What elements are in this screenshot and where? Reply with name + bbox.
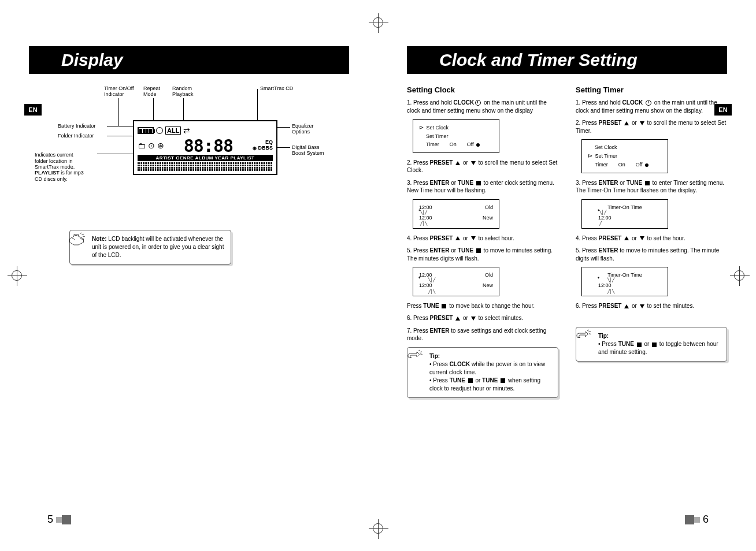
note-hand-icon <box>69 232 86 248</box>
dot-icon <box>476 143 480 147</box>
page-title-clock-timer: Clock and Timer Setting <box>407 50 638 70</box>
label-digital-bass: Digital Bass Boost System <box>292 144 324 157</box>
stop-icon <box>652 342 657 347</box>
dbbs-label: DBBS <box>258 145 273 151</box>
track-strip: ARTIST GENRE ALBUM YEAR PLAYLIST <box>138 155 273 161</box>
stop-icon <box>501 378 505 383</box>
tip-title: Tip: <box>429 353 440 359</box>
tip-hand-icon <box>575 329 592 345</box>
flashing-time: ╲│╱12:00╱│╲ <box>419 279 432 292</box>
clock-step1: 1. Press and hold CLOCK on the main unit… <box>407 99 558 114</box>
eq-label: EQ <box>265 139 273 145</box>
note-title: Note: <box>92 236 107 242</box>
label-playlist-note: Indicates current folder location in Sma… <box>35 146 110 182</box>
clock-tip-box: Tip: • Press CLOCK while the power is on… <box>407 347 558 398</box>
note-body: LCD backlight will be activated whenever… <box>92 236 224 258</box>
col-setting-timer: Setting Timer 1. Press and hold CLOCK on… <box>576 85 727 398</box>
stop-icon <box>637 342 642 347</box>
down-icon <box>640 304 644 308</box>
page-title-display: Display <box>29 50 123 70</box>
label-random-playback: Random Playback <box>172 85 194 98</box>
stop-icon <box>645 181 650 185</box>
up-icon <box>455 161 460 165</box>
tip-hand-icon <box>406 349 424 365</box>
clock-step3: 3. Press ENTER or TUNE to enter clock se… <box>407 179 558 195</box>
tip-title: Tip: <box>598 333 609 339</box>
up-icon <box>455 317 460 321</box>
clock-icon <box>646 100 651 106</box>
label-battery-indicator: Battery Indicator <box>58 123 96 129</box>
clock-menu-box: ⊳ Set Clock Set Timer TimerOnOff <box>413 119 499 153</box>
folder-icon: 🗀 ⊙ ⊛ <box>138 141 164 150</box>
clock-icon <box>475 100 481 106</box>
right-columns: Setting Clock 1. Press and hold CLOCK on… <box>407 85 727 398</box>
heading-setting-clock: Setting Clock <box>407 85 558 94</box>
up-icon <box>624 304 629 308</box>
flashing-time: ╲│╱12:00╱ <box>598 211 612 224</box>
clock-step5: 5. Press ENTER or TUNE to move to minute… <box>407 247 558 262</box>
text-area-bars <box>138 162 273 171</box>
page-number-value: 6 <box>703 513 709 525</box>
col-setting-clock: Setting Clock 1. Press and hold CLOCK on… <box>407 85 558 398</box>
clock-step-back: Press TUNE to move back to change the ho… <box>407 302 558 310</box>
repeat-icon: ALL <box>165 126 181 135</box>
eq-dbbs-label: EQ ◉ DBBS <box>253 140 273 151</box>
timer-step3: 3. Press ENTER or TUNE to enter Timer se… <box>576 179 727 195</box>
timer-menu-box: Set Clock ⊳ Set Timer TimerOnOff <box>581 139 668 173</box>
label-smarttrax-cd: SmartTrax CD <box>260 85 293 91</box>
label-equalizer-options: Equalizer Options <box>292 123 314 135</box>
page-spread: Display EN Timer On/Off Indicator Repeat… <box>0 0 756 551</box>
clock-step7: 7. Press ENTER to save settings and exit… <box>407 327 558 342</box>
page-number-right: 6 <box>685 513 709 526</box>
dot-icon <box>645 163 648 167</box>
clock-icon <box>156 127 163 134</box>
timer-step4: 4. Press PRESET or to set the hour. <box>576 234 727 243</box>
label-folder-indicator: Folder Indicator <box>58 133 94 139</box>
clock-display-box-1: 12:00Old ╲│╱12:00╱│╲New <box>413 199 499 229</box>
stop-icon <box>442 304 446 308</box>
note-box: Note: LCD backlight will be activated wh… <box>69 230 231 265</box>
battery-icon <box>138 127 154 134</box>
clock-step6: 6. Press PRESET or to select minutes. <box>407 314 558 322</box>
page-number-value: 5 <box>47 513 53 525</box>
left-content: Timer On/Off Indicator Repeat Mode Rando… <box>29 85 349 265</box>
timer-tip-box: Tip: • Press TUNE or to toggle between h… <box>576 327 727 362</box>
down-icon <box>640 236 644 240</box>
playlist-bold: PLAYLIST <box>35 170 60 176</box>
clock-step2: 2. Press PRESET or to scroll the menu to… <box>407 159 558 174</box>
down-icon <box>471 236 476 240</box>
cd-icon: ◉ <box>253 146 257 151</box>
page-right: Clock and Timer Setting EN Setting Clock… <box>378 0 756 551</box>
up-icon <box>624 236 629 240</box>
clock-display-box-2: 12:00Old ╲│╱12:00╱│╲New <box>413 267 499 296</box>
header-bar-right: Clock and Timer Setting <box>407 46 727 74</box>
lcd-diagram: Timer On/Off Indicator Repeat Mode Rando… <box>35 85 343 230</box>
page-number-left: 5 <box>47 513 71 526</box>
lcd-panel: ALL ⇄ 🗀 ⊙ ⊛ 88:88 EQ ◉ DBBS ARTIST GENRE… <box>133 120 277 175</box>
pointer-icon: ⊳ <box>419 124 424 131</box>
stop-icon <box>476 181 481 185</box>
label-timer-indicator: Timer On/Off Indicator <box>104 85 134 98</box>
down-icon <box>640 121 644 125</box>
up-icon <box>624 121 629 125</box>
header-bar-left: Display <box>29 46 349 74</box>
clock-step4: 4. Press PRESET or to select hour. <box>407 234 558 243</box>
timer-step2: 2. Press PRESET or to scroll the menu to… <box>576 119 727 135</box>
stop-icon <box>476 248 481 253</box>
heading-setting-timer: Setting Timer <box>576 85 727 94</box>
playlist-note-text: Indicates current folder location in Sma… <box>35 152 75 170</box>
down-icon <box>471 161 476 165</box>
label-repeat-mode: Repeat Mode <box>143 85 160 98</box>
page-left: Display EN Timer On/Off Indicator Repeat… <box>0 0 378 551</box>
timer-step1: 1. Press and hold CLOCK on the main unit… <box>576 99 727 114</box>
timer-display-box-2: Timer-On Time ╲│╱12:00╱│╲ <box>581 267 668 296</box>
segment-display: 88:88 <box>184 136 233 156</box>
flashing-time: ╲│╱12:00╱│╲ <box>419 211 432 224</box>
shuffle-icon: ⇄ <box>183 126 189 135</box>
pointer-icon: ⊳ <box>588 152 592 159</box>
timer-step5: 5. Press ENTER to move to minutes settin… <box>576 247 727 262</box>
timer-display-box-1: Timer-On Time ╲│╱12:00╱ <box>581 199 668 229</box>
up-icon <box>455 236 460 240</box>
stop-icon <box>468 378 473 383</box>
timer-step6: 6. Press PRESET or to set the minutes. <box>576 302 727 310</box>
